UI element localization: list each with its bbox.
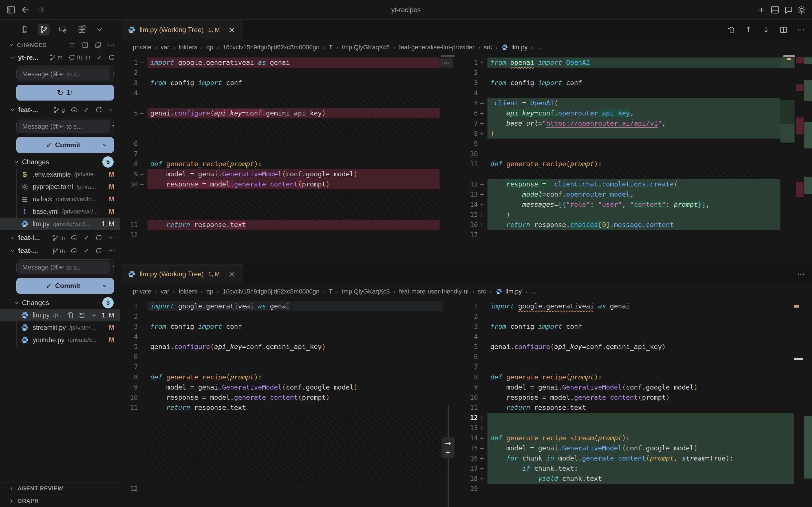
breadcrumb-item[interactable]: folders	[179, 44, 197, 51]
minimap[interactable]	[794, 299, 812, 507]
stage-change-icon[interactable]: +	[445, 448, 451, 456]
breadcrumb-item[interactable]: private	[133, 44, 151, 51]
breadcrumb-item[interactable]: tmp.QlyGKaqXc8	[342, 44, 390, 51]
view-as-list-icon[interactable]	[68, 41, 76, 49]
stage-icon[interactable]: +	[90, 312, 98, 319]
branch-icon[interactable]: in	[52, 234, 65, 242]
close-icon[interactable]: ×	[228, 270, 235, 278]
breadcrumb-item[interactable]: qp	[206, 288, 213, 295]
new-icon[interactable]: +	[757, 5, 766, 15]
breadcrumb-symbol-tail[interactable]: ...	[537, 44, 542, 51]
more-actions-icon[interactable]: ⋯	[108, 247, 115, 255]
sync-status[interactable]: 0↓ 1↑	[68, 54, 91, 61]
commit-dropdown-icon[interactable]	[97, 281, 112, 291]
forward-icon[interactable]	[36, 5, 45, 15]
commit-check-icon[interactable]: ✓	[84, 234, 89, 242]
tab-llm-py-working-tree[interactable]: llm.py (Working Tree) 1, M ×	[120, 264, 243, 284]
breadcrumb-item[interactable]: src	[484, 44, 492, 51]
branch-icon[interactable]: g	[53, 106, 65, 114]
apply-change-icon[interactable]: →	[445, 439, 451, 447]
commit-button[interactable]: ✓ Commit	[16, 278, 114, 294]
breadcrumb-item[interactable]: qp	[206, 44, 213, 51]
branch-icon[interactable]: m	[52, 247, 65, 255]
breadcrumb-item[interactable]: 16cvclv15n94gn6jld62xc8m0000gn	[222, 288, 319, 295]
publish-icon[interactable]	[70, 247, 78, 255]
file-row-llm.py[interactable]: llm.py/private/var/f...1, M	[0, 218, 120, 230]
views-more-icon[interactable]	[95, 24, 104, 36]
branch-icon[interactable]: m	[49, 54, 63, 61]
file-row-pyproject.toml[interactable]: pyproject.toml/priva...M	[0, 180, 120, 193]
breadcrumb-item[interactable]: src	[478, 288, 486, 295]
breadcrumb-item[interactable]: feat-generalise-llm-provider	[399, 44, 474, 51]
breadcrumb-item[interactable]: folders	[179, 288, 197, 295]
inline-more-icon[interactable]: ⋯	[440, 58, 453, 68]
diff-original-pane[interactable]: 1import google.generativeai as genai23fr…	[120, 299, 456, 507]
commit-check-icon[interactable]: ✓	[84, 247, 89, 255]
file-row-base.yml[interactable]: !base.yml/private/var/...M	[0, 205, 120, 218]
back-icon[interactable]	[21, 5, 31, 15]
open-file-icon[interactable]	[727, 25, 735, 34]
chat-icon[interactable]	[784, 5, 794, 15]
close-icon[interactable]: ×	[228, 25, 235, 34]
commit-message-input[interactable]	[18, 120, 110, 133]
refresh-icon[interactable]	[95, 234, 102, 242]
publish-icon[interactable]	[70, 106, 78, 114]
breadcrumb-symbol-tail[interactable]: ...	[531, 288, 536, 295]
more-actions-icon[interactable]: ⋯	[797, 25, 805, 34]
more-actions-icon[interactable]: ⋯	[108, 234, 115, 242]
explorer-icon[interactable]	[18, 24, 31, 36]
scm-panel-header[interactable]: CHANGES ⋯	[0, 39, 120, 51]
commit-check-icon[interactable]: ✓	[84, 106, 89, 114]
diff-modified-pane[interactable]: 1import google.generativeai as genai23fr…	[460, 299, 812, 507]
graph-section[interactable]: GRAPH	[0, 495, 120, 507]
next-change-icon[interactable]: ↓	[762, 25, 770, 34]
breadcrumb-file[interactable]: llm.py	[511, 44, 527, 51]
sparkle-icon[interactable]	[111, 119, 114, 134]
file-row-uv.lock[interactable]: ≡uv.lock/private/var/fo...M	[0, 193, 120, 205]
discard-icon[interactable]	[79, 312, 86, 319]
breadcrumb-item[interactable]: T	[329, 288, 333, 295]
breadcrumb-item[interactable]: tmp.QlyGKaqXc8	[342, 288, 390, 295]
refresh-icon[interactable]	[95, 247, 102, 255]
tab-llm-py-working-tree[interactable]: llm.py (Working Tree) 1, M ×	[120, 20, 243, 40]
repo-row-feat-more[interactable]: feat-... m ✓ ⋯	[0, 244, 120, 257]
changes-section-header[interactable]: Changes 3	[0, 297, 120, 309]
minimap[interactable]	[780, 55, 812, 264]
changes-section-header[interactable]: Changes 5	[0, 156, 120, 168]
commit-message-input[interactable]	[18, 68, 110, 80]
repo-row-feat-i[interactable]: feat-i... in ✓ ⋯	[0, 231, 120, 244]
view-as-tree-icon[interactable]	[82, 41, 89, 49]
repositories-icon[interactable]	[94, 41, 102, 49]
minimap-slider[interactable]	[783, 55, 795, 57]
sync-changes-button[interactable]: ↻ 1↑	[16, 85, 114, 101]
breadcrumb-item[interactable]: var	[161, 44, 169, 51]
breadcrumb-file[interactable]: llm.py	[506, 288, 522, 295]
breadcrumb-item[interactable]: var	[161, 288, 169, 295]
commit-check-icon[interactable]: ✓	[96, 54, 102, 61]
remote-window-icon[interactable]	[57, 24, 69, 36]
file-row-llm.py[interactable]: llm.py/p...+1, M	[0, 309, 120, 321]
refresh-icon[interactable]	[95, 106, 102, 114]
file-row-.env.example[interactable]: $.env.example/private...M	[0, 168, 120, 180]
more-actions-icon[interactable]: ⋯	[107, 41, 115, 49]
publish-icon[interactable]	[70, 234, 78, 242]
layout-sidebar-icon[interactable]	[6, 5, 16, 15]
commit-message-input[interactable]	[18, 261, 110, 274]
panel-layout-icon[interactable]	[770, 5, 780, 15]
breadcrumb-item[interactable]: T	[329, 44, 333, 51]
extensions-icon[interactable]	[76, 24, 88, 36]
repo-row-yt-recipes[interactable]: yt-re... m 0↓ 1↑ ✓	[0, 51, 120, 64]
more-actions-icon[interactable]: ⋯	[797, 270, 805, 278]
agent-review-section[interactable]: AGENT REVIEW	[0, 482, 120, 495]
breadcrumb-item[interactable]: 16cvclv15n94gn6jld62xc8m0000gn	[222, 44, 319, 51]
breadcrumb-item[interactable]: feat-more-user-friendly-ui	[399, 288, 469, 295]
open-file-icon[interactable]	[66, 312, 74, 319]
refresh-icon[interactable]	[108, 54, 115, 61]
file-row-youtube.py[interactable]: youtube.py/private/v...M	[0, 334, 120, 346]
sparkle-icon[interactable]	[111, 260, 114, 275]
scrollbar-handle[interactable]	[441, 55, 455, 57]
more-actions-icon[interactable]: ⋯	[108, 106, 115, 114]
commit-dropdown-icon[interactable]	[97, 140, 112, 150]
sparkle-icon[interactable]	[111, 66, 114, 82]
repo-row-feat-generalise[interactable]: feat-... g ✓ ⋯	[0, 103, 120, 116]
